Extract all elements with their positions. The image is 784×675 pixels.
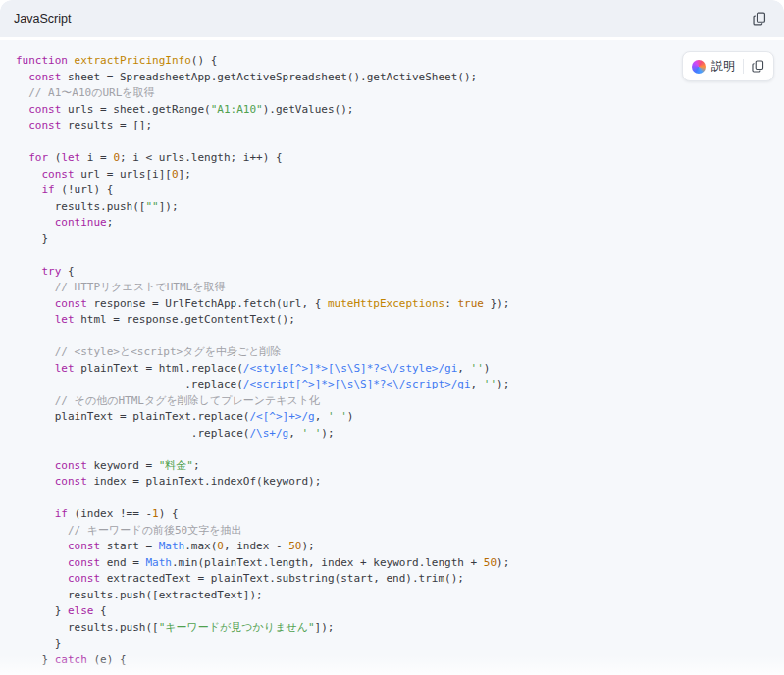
copy-icon	[753, 12, 766, 26]
explain-button-label: 説明	[711, 58, 735, 75]
code-lines: function extractPricingInfo() { const sh…	[16, 53, 768, 668]
code-language-label: JavaScript	[14, 12, 71, 26]
header-copy-button[interactable]	[749, 8, 770, 29]
code-body: 説明 function extractPricingInfo() { const…	[0, 40, 784, 675]
toolbar-divider	[743, 59, 744, 74]
code-actions-toolbar: 説明	[682, 51, 774, 81]
code-block-header: JavaScript	[0, 0, 784, 37]
ai-sparkle-icon	[692, 60, 706, 74]
explain-button[interactable]: 説明	[688, 55, 739, 78]
code-copy-button[interactable]	[748, 56, 768, 77]
copy-icon	[752, 60, 764, 73]
code-block-card: JavaScript 説明 function extractPricingInf…	[0, 0, 784, 675]
